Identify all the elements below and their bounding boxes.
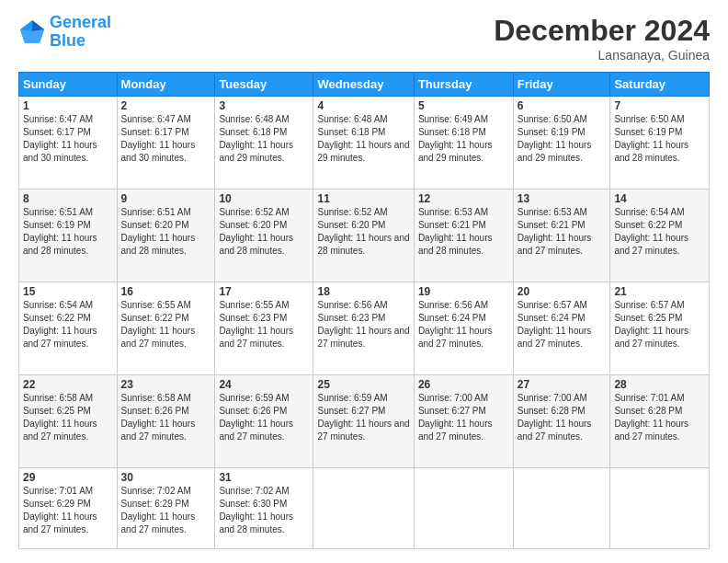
day-number: 30 xyxy=(121,471,211,484)
day-number: 20 xyxy=(518,285,607,298)
calendar-week-row: 22 Sunrise: 6:58 AM Sunset: 6:25 PM Dayl… xyxy=(19,375,710,468)
calendar-cell: 18 Sunrise: 6:56 AM Sunset: 6:23 PM Dayl… xyxy=(313,282,414,375)
day-number: 13 xyxy=(518,192,607,205)
day-info: Sunrise: 6:48 AM Sunset: 6:18 PM Dayligh… xyxy=(317,113,409,165)
day-number: 16 xyxy=(121,285,211,298)
day-info: Sunrise: 6:50 AM Sunset: 6:19 PM Dayligh… xyxy=(614,113,705,165)
day-number: 12 xyxy=(418,192,509,205)
day-info: Sunrise: 6:54 AM Sunset: 6:22 PM Dayligh… xyxy=(614,206,705,258)
day-info: Sunrise: 6:51 AM Sunset: 6:19 PM Dayligh… xyxy=(23,206,113,258)
day-number: 18 xyxy=(317,285,409,298)
calendar-cell: 17 Sunrise: 6:55 AM Sunset: 6:23 PM Dayl… xyxy=(215,282,313,375)
day-info: Sunrise: 7:00 AM Sunset: 6:27 PM Dayligh… xyxy=(418,392,509,443)
calendar-cell: 5 Sunrise: 6:49 AM Sunset: 6:18 PM Dayli… xyxy=(414,97,513,190)
calendar-cell: 24 Sunrise: 6:59 AM Sunset: 6:26 PM Dayl… xyxy=(215,375,313,468)
calendar-week-row: 1 Sunrise: 6:47 AM Sunset: 6:17 PM Dayli… xyxy=(19,97,710,190)
logo: General Blue xyxy=(18,14,111,51)
logo-icon xyxy=(18,18,46,46)
day-number: 27 xyxy=(518,378,607,391)
calendar-cell: 11 Sunrise: 6:52 AM Sunset: 6:20 PM Dayl… xyxy=(313,190,414,282)
day-number: 14 xyxy=(614,192,705,205)
calendar-cell: 4 Sunrise: 6:48 AM Sunset: 6:18 PM Dayli… xyxy=(313,97,414,190)
title-section: December 2024 Lansanaya, Guinea xyxy=(494,14,710,63)
calendar-cell: 7 Sunrise: 6:50 AM Sunset: 6:19 PM Dayli… xyxy=(610,97,710,190)
day-info: Sunrise: 7:02 AM Sunset: 6:29 PM Dayligh… xyxy=(121,485,211,536)
day-info: Sunrise: 6:58 AM Sunset: 6:26 PM Dayligh… xyxy=(121,392,211,443)
calendar-cell: 12 Sunrise: 6:53 AM Sunset: 6:21 PM Dayl… xyxy=(414,190,513,282)
calendar-cell: 2 Sunrise: 6:47 AM Sunset: 6:17 PM Dayli… xyxy=(117,97,215,190)
day-info: Sunrise: 7:02 AM Sunset: 6:30 PM Dayligh… xyxy=(219,485,309,536)
day-info: Sunrise: 6:47 AM Sunset: 6:17 PM Dayligh… xyxy=(23,113,113,165)
calendar-cell xyxy=(313,468,414,549)
day-number: 1 xyxy=(23,99,113,112)
calendar-cell: 8 Sunrise: 6:51 AM Sunset: 6:19 PM Dayli… xyxy=(19,190,118,282)
weekday-header: Saturday xyxy=(610,73,710,97)
day-number: 24 xyxy=(219,378,309,391)
weekday-header: Thursday xyxy=(414,73,513,97)
day-info: Sunrise: 6:52 AM Sunset: 6:20 PM Dayligh… xyxy=(219,206,309,258)
day-info: Sunrise: 6:55 AM Sunset: 6:23 PM Dayligh… xyxy=(219,299,309,350)
day-info: Sunrise: 6:57 AM Sunset: 6:24 PM Dayligh… xyxy=(518,299,607,350)
calendar-cell: 20 Sunrise: 6:57 AM Sunset: 6:24 PM Dayl… xyxy=(513,282,610,375)
day-info: Sunrise: 6:56 AM Sunset: 6:24 PM Dayligh… xyxy=(418,299,509,350)
day-number: 23 xyxy=(121,378,211,391)
calendar: SundayMondayTuesdayWednesdayThursdayFrid… xyxy=(18,72,710,549)
calendar-cell xyxy=(610,468,710,549)
calendar-cell: 14 Sunrise: 6:54 AM Sunset: 6:22 PM Dayl… xyxy=(610,190,710,282)
calendar-cell: 15 Sunrise: 6:54 AM Sunset: 6:22 PM Dayl… xyxy=(19,282,118,375)
day-number: 8 xyxy=(23,192,113,205)
day-number: 17 xyxy=(219,285,309,298)
day-number: 15 xyxy=(23,285,113,298)
day-info: Sunrise: 6:52 AM Sunset: 6:20 PM Dayligh… xyxy=(317,206,409,258)
calendar-week-row: 29 Sunrise: 7:01 AM Sunset: 6:29 PM Dayl… xyxy=(19,468,710,549)
day-info: Sunrise: 6:51 AM Sunset: 6:20 PM Dayligh… xyxy=(121,206,211,258)
weekday-header: Tuesday xyxy=(215,73,313,97)
calendar-cell: 21 Sunrise: 6:57 AM Sunset: 6:25 PM Dayl… xyxy=(610,282,710,375)
day-number: 25 xyxy=(317,378,409,391)
logo-blue: Blue xyxy=(50,31,85,50)
calendar-cell xyxy=(513,468,610,549)
day-number: 7 xyxy=(614,99,705,112)
logo-text: General Blue xyxy=(50,14,111,51)
day-number: 29 xyxy=(23,471,113,484)
day-info: Sunrise: 6:48 AM Sunset: 6:18 PM Dayligh… xyxy=(219,113,309,165)
weekday-header: Friday xyxy=(513,73,610,97)
day-number: 4 xyxy=(317,99,409,112)
day-number: 21 xyxy=(614,285,705,298)
calendar-cell: 16 Sunrise: 6:55 AM Sunset: 6:22 PM Dayl… xyxy=(117,282,215,375)
calendar-cell: 31 Sunrise: 7:02 AM Sunset: 6:30 PM Dayl… xyxy=(215,468,313,549)
svg-marker-2 xyxy=(20,29,44,43)
day-info: Sunrise: 6:57 AM Sunset: 6:25 PM Dayligh… xyxy=(614,299,705,350)
calendar-cell: 25 Sunrise: 6:59 AM Sunset: 6:27 PM Dayl… xyxy=(313,375,414,468)
day-number: 19 xyxy=(418,285,509,298)
day-number: 22 xyxy=(23,378,113,391)
calendar-cell: 6 Sunrise: 6:50 AM Sunset: 6:19 PM Dayli… xyxy=(513,97,610,190)
calendar-cell: 28 Sunrise: 7:01 AM Sunset: 6:28 PM Dayl… xyxy=(610,375,710,468)
calendar-cell: 9 Sunrise: 6:51 AM Sunset: 6:20 PM Dayli… xyxy=(117,190,215,282)
day-number: 11 xyxy=(317,192,409,205)
day-number: 26 xyxy=(418,378,509,391)
calendar-cell: 10 Sunrise: 6:52 AM Sunset: 6:20 PM Dayl… xyxy=(215,190,313,282)
day-number: 6 xyxy=(518,99,607,112)
weekday-header: Sunday xyxy=(19,73,118,97)
header: General Blue December 2024 Lansanaya, Gu… xyxy=(18,14,710,63)
location: Lansanaya, Guinea xyxy=(494,48,710,63)
day-info: Sunrise: 7:01 AM Sunset: 6:29 PM Dayligh… xyxy=(23,485,113,536)
calendar-cell: 26 Sunrise: 7:00 AM Sunset: 6:27 PM Dayl… xyxy=(414,375,513,468)
day-info: Sunrise: 6:53 AM Sunset: 6:21 PM Dayligh… xyxy=(518,206,607,258)
weekday-header-row: SundayMondayTuesdayWednesdayThursdayFrid… xyxy=(19,73,710,97)
weekday-header: Wednesday xyxy=(313,73,414,97)
day-number: 5 xyxy=(418,99,509,112)
logo-general: General xyxy=(50,13,111,31)
calendar-cell: 23 Sunrise: 6:58 AM Sunset: 6:26 PM Dayl… xyxy=(117,375,215,468)
day-info: Sunrise: 6:54 AM Sunset: 6:22 PM Dayligh… xyxy=(23,299,113,350)
calendar-cell xyxy=(414,468,513,549)
day-info: Sunrise: 6:59 AM Sunset: 6:26 PM Dayligh… xyxy=(219,392,309,443)
calendar-cell: 22 Sunrise: 6:58 AM Sunset: 6:25 PM Dayl… xyxy=(19,375,118,468)
svg-marker-1 xyxy=(32,20,44,31)
calendar-week-row: 8 Sunrise: 6:51 AM Sunset: 6:19 PM Dayli… xyxy=(19,190,710,282)
calendar-cell: 19 Sunrise: 6:56 AM Sunset: 6:24 PM Dayl… xyxy=(414,282,513,375)
day-number: 31 xyxy=(219,471,309,484)
day-number: 9 xyxy=(121,192,211,205)
day-info: Sunrise: 6:55 AM Sunset: 6:22 PM Dayligh… xyxy=(121,299,211,350)
